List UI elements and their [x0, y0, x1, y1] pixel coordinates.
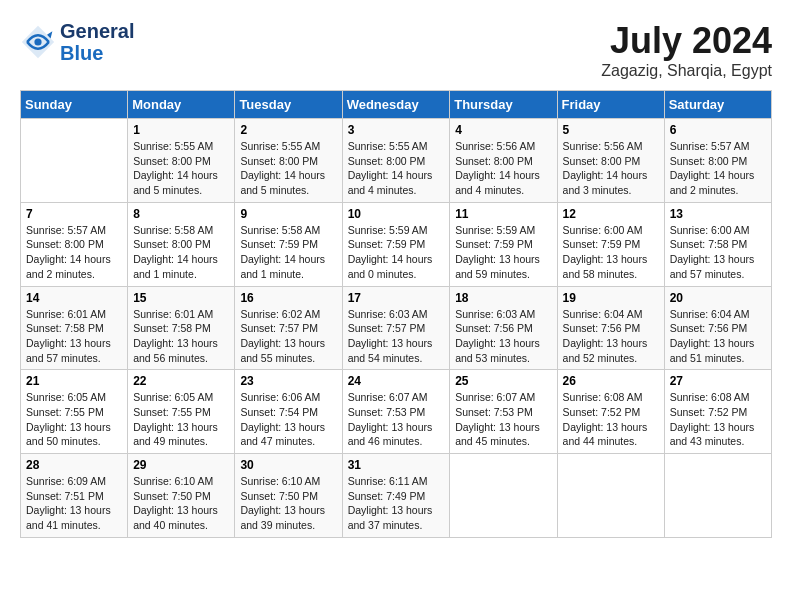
- day-info: Sunrise: 6:02 AMSunset: 7:57 PMDaylight:…: [240, 307, 336, 366]
- calendar-cell: [664, 454, 771, 538]
- day-number: 17: [348, 291, 445, 305]
- day-number: 16: [240, 291, 336, 305]
- day-info: Sunrise: 6:00 AMSunset: 7:59 PMDaylight:…: [563, 223, 659, 282]
- month-title: July 2024: [601, 20, 772, 62]
- day-number: 30: [240, 458, 336, 472]
- week-row-5: 28Sunrise: 6:09 AMSunset: 7:51 PMDayligh…: [21, 454, 772, 538]
- day-info: Sunrise: 6:08 AMSunset: 7:52 PMDaylight:…: [670, 390, 766, 449]
- day-info: Sunrise: 5:57 AMSunset: 8:00 PMDaylight:…: [26, 223, 122, 282]
- day-info: Sunrise: 6:03 AMSunset: 7:57 PMDaylight:…: [348, 307, 445, 366]
- calendar-cell: 12Sunrise: 6:00 AMSunset: 7:59 PMDayligh…: [557, 202, 664, 286]
- header-day-monday: Monday: [128, 91, 235, 119]
- calendar-cell: 7Sunrise: 5:57 AMSunset: 8:00 PMDaylight…: [21, 202, 128, 286]
- calendar-cell: 29Sunrise: 6:10 AMSunset: 7:50 PMDayligh…: [128, 454, 235, 538]
- header-row: SundayMondayTuesdayWednesdayThursdayFrid…: [21, 91, 772, 119]
- logo: General Blue: [20, 20, 134, 64]
- header-day-sunday: Sunday: [21, 91, 128, 119]
- svg-point-1: [34, 38, 41, 45]
- calendar-cell: 11Sunrise: 5:59 AMSunset: 7:59 PMDayligh…: [450, 202, 557, 286]
- day-number: 27: [670, 374, 766, 388]
- day-info: Sunrise: 5:55 AMSunset: 8:00 PMDaylight:…: [348, 139, 445, 198]
- day-number: 6: [670, 123, 766, 137]
- day-info: Sunrise: 6:07 AMSunset: 7:53 PMDaylight:…: [455, 390, 551, 449]
- header-day-wednesday: Wednesday: [342, 91, 450, 119]
- day-number: 3: [348, 123, 445, 137]
- calendar-cell: [557, 454, 664, 538]
- calendar-cell: 8Sunrise: 5:58 AMSunset: 8:00 PMDaylight…: [128, 202, 235, 286]
- calendar-table: SundayMondayTuesdayWednesdayThursdayFrid…: [20, 90, 772, 538]
- day-number: 25: [455, 374, 551, 388]
- page-header: General Blue July 2024 Zagazig, Sharqia,…: [20, 20, 772, 80]
- calendar-cell: 24Sunrise: 6:07 AMSunset: 7:53 PMDayligh…: [342, 370, 450, 454]
- day-info: Sunrise: 6:11 AMSunset: 7:49 PMDaylight:…: [348, 474, 445, 533]
- calendar-cell: 26Sunrise: 6:08 AMSunset: 7:52 PMDayligh…: [557, 370, 664, 454]
- calendar-cell: 27Sunrise: 6:08 AMSunset: 7:52 PMDayligh…: [664, 370, 771, 454]
- calendar-cell: 16Sunrise: 6:02 AMSunset: 7:57 PMDayligh…: [235, 286, 342, 370]
- header-day-thursday: Thursday: [450, 91, 557, 119]
- calendar-cell: 17Sunrise: 6:03 AMSunset: 7:57 PMDayligh…: [342, 286, 450, 370]
- week-row-2: 7Sunrise: 5:57 AMSunset: 8:00 PMDaylight…: [21, 202, 772, 286]
- day-info: Sunrise: 6:06 AMSunset: 7:54 PMDaylight:…: [240, 390, 336, 449]
- calendar-cell: 10Sunrise: 5:59 AMSunset: 7:59 PMDayligh…: [342, 202, 450, 286]
- calendar-cell: 28Sunrise: 6:09 AMSunset: 7:51 PMDayligh…: [21, 454, 128, 538]
- day-info: Sunrise: 5:55 AMSunset: 8:00 PMDaylight:…: [133, 139, 229, 198]
- day-info: Sunrise: 6:03 AMSunset: 7:56 PMDaylight:…: [455, 307, 551, 366]
- calendar-cell: 15Sunrise: 6:01 AMSunset: 7:58 PMDayligh…: [128, 286, 235, 370]
- calendar-cell: 6Sunrise: 5:57 AMSunset: 8:00 PMDaylight…: [664, 119, 771, 203]
- calendar-cell: 9Sunrise: 5:58 AMSunset: 7:59 PMDaylight…: [235, 202, 342, 286]
- calendar-cell: 19Sunrise: 6:04 AMSunset: 7:56 PMDayligh…: [557, 286, 664, 370]
- day-number: 19: [563, 291, 659, 305]
- calendar-cell: 21Sunrise: 6:05 AMSunset: 7:55 PMDayligh…: [21, 370, 128, 454]
- day-number: 22: [133, 374, 229, 388]
- day-number: 9: [240, 207, 336, 221]
- day-info: Sunrise: 6:05 AMSunset: 7:55 PMDaylight:…: [133, 390, 229, 449]
- day-number: 14: [26, 291, 122, 305]
- day-info: Sunrise: 6:04 AMSunset: 7:56 PMDaylight:…: [563, 307, 659, 366]
- day-info: Sunrise: 6:01 AMSunset: 7:58 PMDaylight:…: [26, 307, 122, 366]
- calendar-cell: [450, 454, 557, 538]
- day-number: 28: [26, 458, 122, 472]
- calendar-cell: 30Sunrise: 6:10 AMSunset: 7:50 PMDayligh…: [235, 454, 342, 538]
- day-info: Sunrise: 6:04 AMSunset: 7:56 PMDaylight:…: [670, 307, 766, 366]
- day-number: 10: [348, 207, 445, 221]
- day-info: Sunrise: 5:56 AMSunset: 8:00 PMDaylight:…: [455, 139, 551, 198]
- day-info: Sunrise: 6:10 AMSunset: 7:50 PMDaylight:…: [133, 474, 229, 533]
- day-info: Sunrise: 6:01 AMSunset: 7:58 PMDaylight:…: [133, 307, 229, 366]
- week-row-1: 1Sunrise: 5:55 AMSunset: 8:00 PMDaylight…: [21, 119, 772, 203]
- calendar-cell: 25Sunrise: 6:07 AMSunset: 7:53 PMDayligh…: [450, 370, 557, 454]
- day-number: 8: [133, 207, 229, 221]
- day-info: Sunrise: 6:00 AMSunset: 7:58 PMDaylight:…: [670, 223, 766, 282]
- day-number: 15: [133, 291, 229, 305]
- header-day-tuesday: Tuesday: [235, 91, 342, 119]
- calendar-cell: 13Sunrise: 6:00 AMSunset: 7:58 PMDayligh…: [664, 202, 771, 286]
- day-number: 11: [455, 207, 551, 221]
- day-number: 1: [133, 123, 229, 137]
- calendar-cell: 1Sunrise: 5:55 AMSunset: 8:00 PMDaylight…: [128, 119, 235, 203]
- day-info: Sunrise: 6:05 AMSunset: 7:55 PMDaylight:…: [26, 390, 122, 449]
- calendar-cell: 22Sunrise: 6:05 AMSunset: 7:55 PMDayligh…: [128, 370, 235, 454]
- day-info: Sunrise: 5:58 AMSunset: 8:00 PMDaylight:…: [133, 223, 229, 282]
- day-number: 31: [348, 458, 445, 472]
- day-number: 26: [563, 374, 659, 388]
- day-info: Sunrise: 6:10 AMSunset: 7:50 PMDaylight:…: [240, 474, 336, 533]
- calendar-cell: [21, 119, 128, 203]
- week-row-4: 21Sunrise: 6:05 AMSunset: 7:55 PMDayligh…: [21, 370, 772, 454]
- day-info: Sunrise: 5:57 AMSunset: 8:00 PMDaylight:…: [670, 139, 766, 198]
- day-info: Sunrise: 6:08 AMSunset: 7:52 PMDaylight:…: [563, 390, 659, 449]
- logo-text: General Blue: [60, 20, 134, 64]
- day-number: 20: [670, 291, 766, 305]
- calendar-cell: 18Sunrise: 6:03 AMSunset: 7:56 PMDayligh…: [450, 286, 557, 370]
- day-number: 2: [240, 123, 336, 137]
- day-number: 21: [26, 374, 122, 388]
- day-number: 12: [563, 207, 659, 221]
- day-number: 29: [133, 458, 229, 472]
- calendar-cell: 5Sunrise: 5:56 AMSunset: 8:00 PMDaylight…: [557, 119, 664, 203]
- day-number: 13: [670, 207, 766, 221]
- day-info: Sunrise: 6:09 AMSunset: 7:51 PMDaylight:…: [26, 474, 122, 533]
- day-number: 24: [348, 374, 445, 388]
- day-number: 18: [455, 291, 551, 305]
- calendar-cell: 20Sunrise: 6:04 AMSunset: 7:56 PMDayligh…: [664, 286, 771, 370]
- day-info: Sunrise: 5:58 AMSunset: 7:59 PMDaylight:…: [240, 223, 336, 282]
- header-day-friday: Friday: [557, 91, 664, 119]
- calendar-cell: 14Sunrise: 6:01 AMSunset: 7:58 PMDayligh…: [21, 286, 128, 370]
